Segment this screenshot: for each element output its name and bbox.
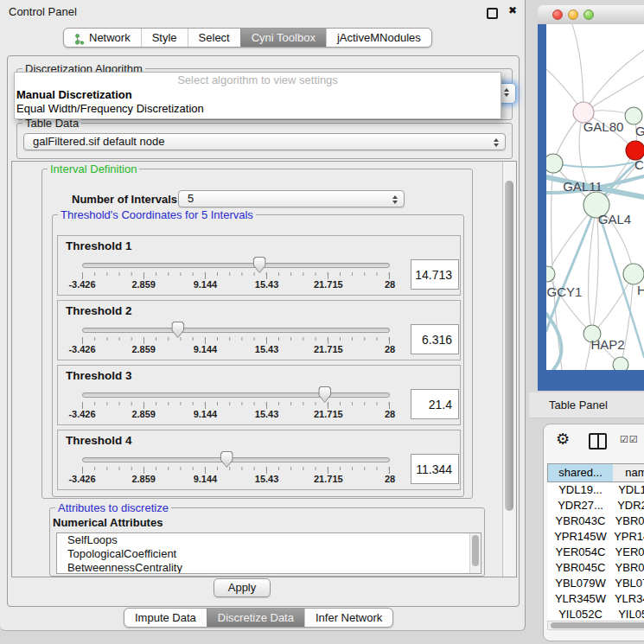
select-columns-checkboxes-icon[interactable]: ☑☑ [620, 434, 639, 445]
list-item[interactable]: SelfLoops [57, 533, 481, 547]
node-label: GAL80 [583, 119, 624, 134]
table-row[interactable]: YBR043CYBR043C [547, 513, 644, 529]
scrollbar-thumb[interactable] [551, 622, 644, 628]
table-rows: YDL19...YDL19...YDR27...YDR27...YBR043CY… [547, 482, 644, 620]
list-item[interactable]: TopologicalCoefficient [57, 547, 481, 561]
table-row[interactable]: YPR145WYPR145W [547, 529, 644, 545]
tick-label: 15.43 [255, 409, 279, 419]
settings-gear-icon[interactable]: ⚙ [556, 430, 570, 449]
interval-definition-group: Interval Definition Number of Intervals … [41, 169, 473, 499]
tab-infer-network[interactable]: Infer Network [304, 609, 392, 627]
num-intervals-combobox[interactable]: 5 [178, 190, 405, 207]
combo-arrows-icon [492, 136, 501, 149]
tab-network[interactable]: Network [64, 29, 141, 47]
bottom-tab-bar: Impute Data Discretize Data Infer Networ… [124, 608, 393, 628]
table-horizontal-scrollbar[interactable] [547, 621, 644, 630]
node-label: GA [635, 124, 644, 138]
threshold-coordinates-group: Threshold's Coordinates for 5 Intervals … [52, 214, 464, 497]
threshold-1-panel: Threshold 1 -3.4262.8599.14415.4321.7152… [57, 235, 461, 296]
table-panel: ⚙ ☑☑ shared... name YDL19...YDL19...YDR2… [543, 424, 644, 641]
threshold-label: Threshold 4 [66, 434, 132, 447]
list-scrollbar[interactable] [469, 533, 481, 573]
network-node[interactable] [613, 357, 628, 370]
tab-jactivemnodules[interactable]: jActiveMNodules [326, 29, 431, 47]
threshold-3-panel: Threshold 3 -3.4262.8599.14415.4321.7152… [57, 365, 461, 425]
network-edge[interactable] [553, 163, 633, 167]
table-data-combobox[interactable]: galFiltered.sif default node [23, 133, 506, 150]
column-header-name[interactable]: name [613, 463, 644, 482]
numerical-attributes-list[interactable]: SelfLoopsTopologicalCoefficientBetweenne… [56, 532, 481, 574]
tick-label: 28 [385, 279, 395, 290]
zoom-traffic-light-icon[interactable] [583, 10, 594, 20]
table-row[interactable]: YDR27...YDR27... [547, 498, 644, 513]
slider-thumb[interactable] [253, 257, 266, 273]
tick-label: -3.426 [68, 409, 95, 419]
dropdown-option-manual[interactable]: Manual Discretization [15, 88, 501, 102]
tick-label: 9.144 [194, 279, 218, 290]
threshold-label: Threshold 1 [66, 239, 132, 252]
table-row[interactable]: YDL19...YDL19... [547, 482, 644, 498]
tab-cyni-toolbox[interactable]: Cyni Toolbox [240, 29, 326, 47]
tab-style[interactable]: Style [141, 29, 188, 47]
threshold-1-slider[interactable] [82, 263, 390, 268]
threshold-3-slider[interactable] [82, 392, 390, 398]
list-item[interactable]: BetweennessCentrality [57, 561, 481, 574]
scrollbar-thumb[interactable] [472, 535, 479, 566]
threshold-4-value[interactable]: 11.344 [411, 454, 459, 484]
close-icon[interactable]: ✖ [508, 4, 517, 16]
tick-label: 21.715 [314, 279, 343, 290]
tick-label: 28 [385, 409, 395, 419]
threshold-2-slider[interactable] [82, 328, 390, 333]
tab-impute-data[interactable]: Impute Data [124, 609, 207, 627]
algorithm-dropdown-list: Select algorithm to view settings Manual… [14, 72, 501, 119]
network-node[interactable] [623, 264, 644, 284]
table-row[interactable]: YER054CYER054C [547, 545, 644, 560]
network-node[interactable] [546, 154, 563, 173]
threshold-2-panel: Threshold 2 -3.4262.8599.14415.4321.7152… [57, 300, 461, 360]
threshold-3-value[interactable]: 21.4 [411, 389, 459, 419]
float-window-icon[interactable] [487, 8, 498, 19]
tab-select[interactable]: Select [188, 29, 240, 47]
tick-label: 28 [385, 344, 395, 354]
split-columns-icon[interactable] [589, 433, 607, 450]
node-label: GAL4 [598, 212, 631, 226]
threshold-2-value[interactable]: 6.316 [411, 324, 459, 354]
tick-label: 9.144 [194, 344, 218, 354]
slider-thumb[interactable] [318, 386, 331, 403]
dropdown-option-equal-width[interactable]: Equal Width/Frequency Discretization [15, 102, 501, 116]
slider-scale: -3.4262.8599.14415.4321.71528 [82, 409, 390, 420]
tick-label: -3.426 [68, 279, 95, 290]
network-view-window: GAL80GACGAL11GAL4GCY1HHAP2 [538, 5, 644, 391]
threshold-4-panel: Threshold 4 -3.4262.8599.14415.4321.7152… [57, 430, 461, 490]
node-label: C [634, 157, 644, 172]
minimize-traffic-light-icon[interactable] [568, 10, 578, 20]
tab-discretize-data[interactable]: Discretize Data [207, 609, 304, 627]
group-title: Threshold's Coordinates for 5 Intervals [58, 208, 256, 221]
apply-button[interactable]: Apply [214, 578, 271, 597]
threshold-4-slider[interactable] [82, 457, 390, 462]
table-row[interactable]: YBL079WYBL079W [547, 576, 644, 591]
combo-value: galFiltered.sif default node [33, 135, 164, 148]
settings-scrollbar[interactable] [502, 162, 516, 577]
slider-ticks [82, 402, 389, 405]
slider-thumb[interactable] [171, 322, 184, 338]
tick-label: 15.43 [255, 474, 279, 484]
threshold-1-value[interactable]: 14.713 [411, 259, 459, 290]
group-title: Attributes to discretize [55, 501, 171, 514]
network-canvas[interactable]: GAL80GACGAL11GAL4GCY1HHAP2 [546, 24, 644, 370]
table-row[interactable]: YBR045CYBR045C [547, 560, 644, 576]
tick-label: 21.715 [314, 474, 343, 484]
group-title: Interval Definition [48, 163, 139, 175]
table-row[interactable]: YIL052CYIL052C [547, 607, 644, 620]
table-row[interactable]: YLR345WYLR345W [547, 591, 644, 607]
node-label: GCY1 [547, 284, 583, 299]
close-traffic-light-icon[interactable] [552, 10, 563, 20]
slider-thumb[interactable] [220, 451, 233, 468]
slider-scale: -3.4262.8599.14415.4321.71528 [82, 474, 390, 485]
column-header-shared-name[interactable]: shared... [547, 463, 614, 482]
scrollbar-thumb[interactable] [505, 181, 513, 511]
network-node[interactable] [546, 266, 555, 282]
network-node[interactable] [625, 107, 642, 124]
network-window-titlebar[interactable] [538, 5, 644, 25]
settings-scrollpane: Interval Definition Number of Intervals … [11, 161, 517, 577]
